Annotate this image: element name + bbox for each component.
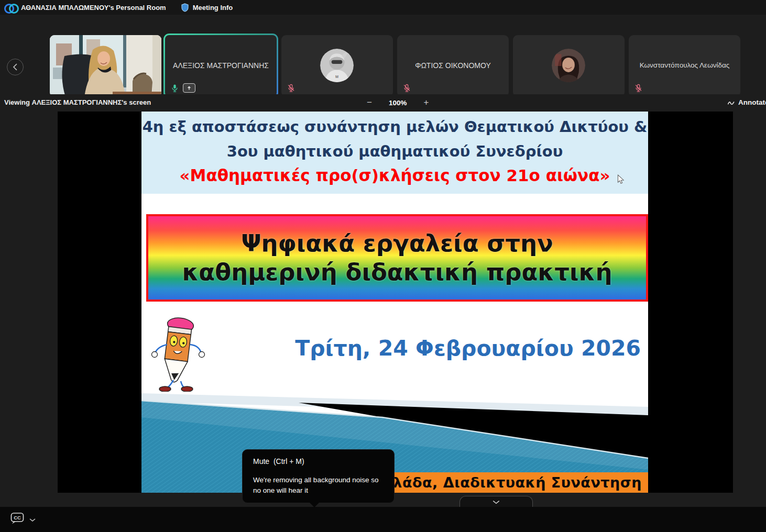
annotate-button[interactable]: Annotate	[727, 98, 766, 106]
tooltip-title: Mute (Ctrl + M)	[253, 457, 304, 465]
participant-tile-name[interactable]: Κωνσταντόπουλος Λεωνίδας	[629, 35, 740, 97]
participant-name: Κωνσταντόπουλος Λεωνίδας	[629, 61, 740, 69]
annotate-pen-icon	[727, 99, 735, 106]
zoom-level: 100%	[389, 99, 407, 107]
closed-captions-button[interactable]: CC	[10, 512, 25, 527]
participant-tile-avatar[interactable]: M	[281, 35, 393, 97]
mic-muted-icon	[287, 84, 295, 93]
tooltip-arrow	[310, 503, 319, 507]
mouse-cursor	[617, 174, 625, 184]
top-bar: ΑΘΑΝΑΣΙΑ ΜΠΑΛΩΜΕΝΟΥ's Personal Room Meet…	[0, 0, 766, 15]
rainbow-banner: Ψηφιακά εργαλεία στην καθημερινή διδακτι…	[146, 214, 648, 302]
mic-muted-icon	[634, 84, 642, 93]
webex-meeting-window: ΑΘΑΝΑΣΙΑ ΜΠΑΛΩΜΕΝΟΥ's Personal Room Meet…	[0, 0, 766, 532]
presentation-slide: 4η εξ αποστάσεως συνάντηση μελών Θεματικ…	[141, 112, 648, 493]
rainbow-banner-line2: καθημερινή διδακτική πρακτική	[182, 258, 612, 287]
mic-on-icon	[171, 84, 179, 93]
participant-filmstrip: ΑΛΕΞΙΟΣ ΜΑΣΤΡΟΓΙΑΝΝΗΣ	[0, 15, 766, 91]
closed-captions-glyph: CC	[14, 515, 21, 520]
screen-sharing-icon	[183, 83, 195, 93]
avatar: M	[320, 49, 354, 82]
rainbow-banner-line1: Ψηφιακά εργαλεία στην	[241, 229, 553, 258]
slide-title-line1: 4η εξ αποστάσεως συνάντηση μελών Θεματικ…	[141, 118, 648, 136]
meeting-control-bar: CC	[0, 507, 766, 532]
room-title: ΑΘΑΝΑΣΙΑ ΜΠΑΛΩΜΕΝΟΥ's Personal Room	[21, 4, 166, 12]
share-view-bar: Viewing ΑΛΕΞΙΟΣ ΜΑΣΤΡΟΓΙΑΝΝΗΣ's screen −…	[0, 94, 766, 111]
tooltip-body: We're removing all background noise so n…	[253, 475, 387, 495]
annotate-label: Annotate	[738, 98, 766, 106]
slide-date: Τρίτη, 24 Φεβρουαρίου 2026	[295, 336, 641, 361]
shield-icon	[181, 3, 189, 12]
slide-header-band: 4η εξ αποστάσεως συνάντηση μελών Θεματικ…	[141, 112, 648, 194]
participant-tile-video[interactable]	[50, 35, 161, 97]
participant-tile-avatar[interactable]	[513, 35, 625, 97]
svg-text:M: M	[335, 74, 338, 79]
hide-controls-tab[interactable]	[459, 496, 533, 507]
participant-video-feed	[50, 35, 161, 97]
zoom-out-button[interactable]: −	[364, 96, 375, 109]
slide-title-line2: 3ου μαθητικού μαθηματικού Συνεδρίου	[141, 142, 648, 160]
chevron-left-icon	[13, 63, 18, 71]
zoom-in-button[interactable]: +	[420, 96, 432, 109]
meeting-info-label: Meeting Info	[193, 4, 233, 12]
viewing-screen-label: Viewing ΑΛΕΞΙΟΣ ΜΑΣΤΡΟΓΙΑΝΝΗΣ's screen	[4, 98, 151, 106]
shared-screen-stage: 4η εξ αποστάσεως συνάντηση μελών Θεματικ…	[58, 112, 733, 493]
pencil-cartoon	[148, 313, 206, 394]
captions-options-chevron[interactable]	[29, 515, 36, 524]
filmstrip-previous-button[interactable]	[7, 59, 24, 75]
participant-tile-active-speaker[interactable]: ΑΛΕΞΙΟΣ ΜΑΣΤΡΟΓΙΑΝΝΗΣ	[163, 34, 278, 98]
chevron-down-icon	[29, 518, 36, 522]
closed-captions-icon: CC	[10, 512, 25, 525]
slide-title-line3: «Μαθηματικές προ(σ)κλήσεις στον 21ο αιών…	[141, 166, 648, 185]
mic-muted-icon	[403, 84, 411, 93]
webex-logo-icon	[4, 3, 18, 12]
meeting-info-button[interactable]: Meeting Info	[181, 3, 233, 12]
mute-tooltip: Mute (Ctrl + M) We're removing all backg…	[242, 449, 395, 503]
avatar	[552, 49, 585, 82]
chevron-down-icon	[493, 500, 500, 504]
participant-name: ΑΛΕΞΙΟΣ ΜΑΣΤΡΟΓΙΑΝΝΗΣ	[165, 61, 277, 70]
participant-name: ΦΩΤΙΟΣ ΟΙΚΟΝΟΜΟΥ	[397, 61, 509, 70]
participant-tile-name[interactable]: ΦΩΤΙΟΣ ΟΙΚΟΝΟΜΟΥ	[397, 35, 509, 97]
